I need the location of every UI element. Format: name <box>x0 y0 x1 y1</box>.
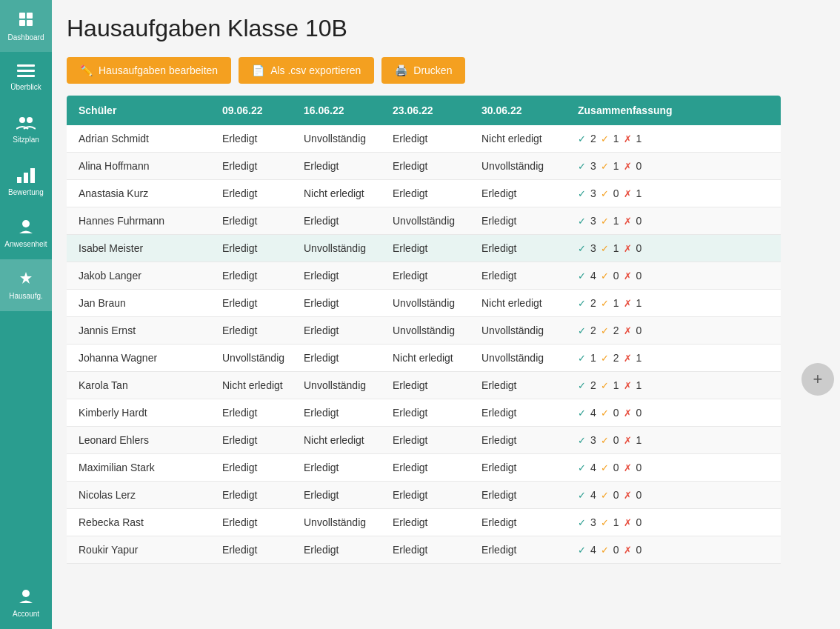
svg-rect-6 <box>17 75 35 77</box>
cell-5-summary: ✓4 ✓0 ✗0 <box>570 262 781 290</box>
check-green-icon: ✓ <box>578 353 586 364</box>
cell-9-3: Erledigt <box>385 372 474 399</box>
cell-12-1: Erledigt <box>215 454 296 482</box>
check-green-icon: ✓ <box>578 435 586 446</box>
sidebar-item-hausaufg[interactable]: Hausaufg. <box>0 259 52 311</box>
cell-3-2: Erledigt <box>296 207 385 235</box>
table-row: Jakob LangerErledigtErledigtErledigtErle… <box>67 262 781 290</box>
sidebar-item-account[interactable]: Account <box>0 577 52 629</box>
check-green-icon: ✓ <box>578 462 586 473</box>
cell-4-0: Isabel Meister <box>67 235 215 262</box>
cross-red-icon: ✗ <box>624 188 632 199</box>
check-yellow-icon: ✓ <box>601 133 609 144</box>
plus-icon: + <box>813 370 823 389</box>
sidebar-label-sitzplan: Sitzplan <box>13 136 39 144</box>
anwesenheit-icon <box>18 219 34 237</box>
check-green-icon: ✓ <box>578 188 586 199</box>
cell-10-3: Erledigt <box>385 399 474 427</box>
cell-8-4: Unvollständig <box>474 345 570 372</box>
sidebar-item-dashboard[interactable]: Dashboard <box>0 0 52 52</box>
table-row: Hannes FuhrmannErledigtErledigtUnvollstä… <box>67 207 781 235</box>
col-header-d4: 30.06.22 <box>474 96 570 125</box>
cell-0-0: Adrian Schmidt <box>67 125 215 153</box>
cell-15-0: Roukir Yapur <box>67 536 215 564</box>
check-yellow-icon: ✓ <box>601 517 609 528</box>
check-green-icon: ✓ <box>578 270 586 282</box>
col-header-d3: 23.06.22 <box>385 96 474 125</box>
cross-red-icon: ✗ <box>624 133 632 144</box>
sidebar-label-account: Account <box>13 610 39 619</box>
cell-3-1: Erledigt <box>215 207 296 235</box>
svg-rect-10 <box>24 173 28 183</box>
cell-13-2: Erledigt <box>296 482 385 509</box>
cell-11-4: Erledigt <box>474 427 570 454</box>
cell-4-4: Erledigt <box>474 235 570 262</box>
cell-14-2: Unvollständig <box>296 509 385 536</box>
sidebar-item-sitzplan[interactable]: Sitzplan <box>0 104 52 156</box>
table-wrapper[interactable]: Schüler 09.06.22 16.06.22 23.06.22 30.06… <box>67 96 781 622</box>
sidebar-item-ueberblick[interactable]: Überblick <box>0 52 52 104</box>
sidebar-item-anwesenheit[interactable]: Anwesenheit <box>0 207 52 259</box>
cell-13-4: Erledigt <box>474 482 570 509</box>
export-button[interactable]: 📄 Als .csv exportieren <box>239 57 374 84</box>
edit-button[interactable]: ✏️ Hausaufgaben bearbeiten <box>67 57 231 84</box>
svg-point-13 <box>22 590 30 597</box>
cell-8-3: Nicht erledigt <box>385 345 474 372</box>
cell-7-1: Erledigt <box>215 317 296 345</box>
check-yellow-icon: ✓ <box>601 490 609 501</box>
check-yellow-icon: ✓ <box>601 298 609 309</box>
cell-12-3: Erledigt <box>385 454 474 482</box>
svg-rect-5 <box>17 70 35 72</box>
cell-4-1: Erledigt <box>215 235 296 262</box>
table-row: Johanna WagnerUnvollständigErledigtNicht… <box>67 345 781 372</box>
cross-red-icon: ✗ <box>624 243 632 254</box>
cell-14-3: Erledigt <box>385 509 474 536</box>
cell-3-summary: ✓3 ✓1 ✗0 <box>570 207 781 235</box>
cell-11-summary: ✓3 ✓0 ✗1 <box>570 427 781 454</box>
cross-red-icon: ✗ <box>624 407 632 419</box>
check-yellow-icon: ✓ <box>601 188 609 199</box>
cell-15-2: Erledigt <box>296 536 385 564</box>
sidebar-label-dashboard: Dashboard <box>8 33 44 42</box>
cell-12-2: Erledigt <box>296 454 385 482</box>
cell-12-0: Maximilian Stark <box>67 454 215 482</box>
cross-red-icon: ✗ <box>624 435 632 446</box>
sidebar-item-bewertung[interactable]: Bewertung <box>0 156 52 207</box>
cell-7-0: Jannis Ernst <box>67 317 215 345</box>
cell-1-0: Alina Hoffmann <box>67 153 215 180</box>
svg-rect-4 <box>17 64 35 67</box>
cell-10-0: Kimberly Hardt <box>67 399 215 427</box>
cell-2-summary: ✓3 ✓0 ✗1 <box>570 180 781 207</box>
sidebar-label-anwesenheit: Anwesenheit <box>4 240 47 249</box>
print-label: Drucken <box>413 64 452 76</box>
svg-point-8 <box>27 117 33 123</box>
svg-rect-9 <box>17 177 21 183</box>
edit-label: Hausaufgaben bearbeiten <box>99 64 218 76</box>
add-button[interactable]: + <box>801 363 834 396</box>
print-button[interactable]: 🖨️ Drucken <box>381 57 465 84</box>
main-content: Hausaufgaben Klasse 10B ✏️ Hausaufgaben … <box>52 0 796 629</box>
cross-red-icon: ✗ <box>624 161 632 172</box>
cell-5-1: Erledigt <box>215 262 296 290</box>
table-row: Nicolas LerzErledigtErledigtErledigtErle… <box>67 482 781 509</box>
cell-15-3: Erledigt <box>385 536 474 564</box>
cell-14-1: Erledigt <box>215 509 296 536</box>
check-green-icon: ✓ <box>578 380 586 391</box>
cell-3-4: Erledigt <box>474 207 570 235</box>
cross-red-icon: ✗ <box>624 380 632 391</box>
cell-3-3: Unvollständig <box>385 207 474 235</box>
print-icon: 🖨️ <box>395 64 407 76</box>
cell-6-1: Erledigt <box>215 290 296 317</box>
cell-5-0: Jakob Langer <box>67 262 215 290</box>
dashboard-icon <box>17 10 35 30</box>
cross-red-icon: ✗ <box>624 298 632 309</box>
check-yellow-icon: ✓ <box>601 216 609 227</box>
svg-rect-1 <box>27 13 33 19</box>
cell-10-2: Erledigt <box>296 399 385 427</box>
cell-0-2: Unvollständig <box>296 125 385 153</box>
cell-8-1: Unvollständig <box>215 345 296 372</box>
cell-3-0: Hannes Fuhrmann <box>67 207 215 235</box>
sidebar-label-hausaufg: Hausaufg. <box>9 292 43 301</box>
cell-13-1: Erledigt <box>215 482 296 509</box>
cell-10-4: Erledigt <box>474 399 570 427</box>
